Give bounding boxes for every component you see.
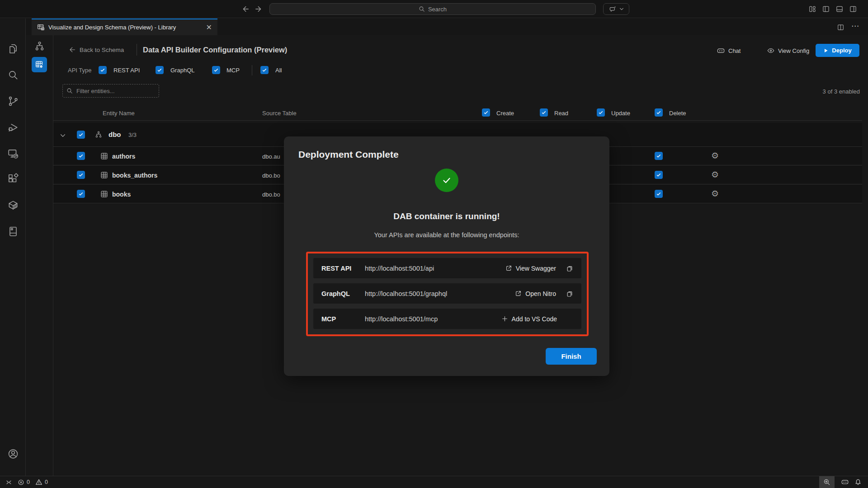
dialog-subtitle: Your APIs are available at the following… <box>284 231 609 239</box>
filter-entities-input[interactable] <box>62 84 159 98</box>
sidebar-item-remote-explorer[interactable] <box>7 148 19 160</box>
copy-icon[interactable] <box>566 290 573 297</box>
column-entity-name: Entity Name <box>103 110 135 117</box>
zoom-in-icon <box>823 479 830 486</box>
split-editor-icon <box>837 23 844 31</box>
read-all-checkbox[interactable] <box>540 108 548 117</box>
endpoint-url: http://localhost:5001/api <box>365 265 434 272</box>
search-icon <box>7 69 19 81</box>
column-source-table: Source Table <box>262 110 297 117</box>
editor-tab-bar: Visualize and Design Schema (Preview) - … <box>26 19 868 35</box>
check-icon <box>656 110 661 115</box>
zoom-status-button[interactable] <box>819 476 835 488</box>
command-center-search[interactable]: Search <box>269 3 596 15</box>
add-to-vscode-button[interactable]: Add to VS Code <box>501 315 557 323</box>
row-checkbox[interactable] <box>77 152 85 160</box>
update-all-checkbox[interactable] <box>597 108 605 117</box>
nav-back-button[interactable] <box>240 4 250 14</box>
delete-checkbox[interactable] <box>655 152 663 160</box>
view-config-button[interactable]: View Config <box>767 46 809 56</box>
close-icon[interactable]: ✕ <box>206 24 212 31</box>
graphql-checkbox-label: GraphQL <box>170 67 194 74</box>
remote-indicator[interactable] <box>0 476 15 488</box>
database-project-icon <box>7 225 19 237</box>
group-checkbox[interactable] <box>77 131 85 139</box>
tab-visualize-design-schema[interactable]: Visualize and Design Schema (Preview) - … <box>32 19 217 35</box>
title-bar: Search <box>0 0 868 18</box>
toggle-panel-button[interactable] <box>834 4 845 14</box>
row-settings-gear-icon[interactable]: ⚙ <box>711 170 719 179</box>
split-editor-button[interactable] <box>835 22 846 33</box>
endpoint-label: MCP <box>321 315 365 323</box>
delete-checkbox[interactable] <box>655 190 663 198</box>
endpoint-row-graphql: GraphQL http://localhost:5001/graphql Op… <box>313 283 581 304</box>
column-update: Update <box>611 110 630 117</box>
mcp-checkbox[interactable] <box>212 66 220 74</box>
accounts-button[interactable] <box>7 448 19 460</box>
graphql-checkbox[interactable] <box>156 66 164 74</box>
check-icon <box>213 67 219 73</box>
editor-more-actions-button[interactable]: ⋯ <box>851 21 859 31</box>
delete-all-checkbox[interactable] <box>655 108 663 117</box>
endpoint-label: REST API <box>321 265 365 272</box>
toggle-primary-sidebar-button[interactable] <box>821 4 831 14</box>
sidebar-item-run-debug[interactable] <box>7 122 19 133</box>
check-icon <box>441 174 453 186</box>
api-type-divider <box>252 65 252 75</box>
toggle-secondary-sidebar-button[interactable] <box>848 4 859 14</box>
sidebar-right-icon <box>849 5 857 13</box>
create-all-checkbox[interactable] <box>482 108 490 117</box>
all-checkbox[interactable] <box>260 66 269 74</box>
row-checkbox[interactable] <box>77 190 85 198</box>
customize-layout-button[interactable] <box>807 4 818 14</box>
view-swagger-button[interactable]: View Swagger <box>505 265 556 272</box>
schema-view-button[interactable] <box>34 41 45 52</box>
nav-forward-button[interactable] <box>254 4 264 14</box>
check-icon <box>656 153 661 159</box>
row-settings-gear-icon[interactable]: ⚙ <box>711 151 719 160</box>
copy-icon[interactable] <box>566 265 573 272</box>
check-icon <box>78 191 84 197</box>
finish-button[interactable]: Finish <box>546 348 597 365</box>
group-name: dbo <box>108 131 121 138</box>
problems-errors[interactable]: 0 <box>15 476 33 488</box>
header-divider <box>137 44 137 56</box>
copilot-chat-button[interactable] <box>603 3 629 15</box>
arrow-left-icon <box>68 46 75 53</box>
group-count: 3/3 <box>128 131 137 138</box>
copy-icon <box>566 265 573 272</box>
table-header: Entity Name Source Table Create Read Upd… <box>53 108 862 121</box>
copilot-icon <box>717 47 725 55</box>
row-checkbox[interactable] <box>77 171 85 179</box>
check-icon <box>598 110 604 115</box>
sidebar-item-database-projects[interactable] <box>7 225 19 237</box>
delete-checkbox[interactable] <box>655 171 663 179</box>
sidebar-item-source-control[interactable] <box>7 95 19 107</box>
sidebar-item-search[interactable] <box>7 69 19 81</box>
chat-button[interactable]: Chat <box>717 46 741 56</box>
problems-warnings[interactable]: 0 <box>33 476 51 488</box>
rest-api-checkbox[interactable] <box>99 66 107 74</box>
search-placeholder: Search <box>428 6 447 13</box>
sidebar-item-extensions[interactable] <box>7 173 19 185</box>
arrow-right-icon <box>255 5 263 13</box>
panel-bottom-icon <box>835 5 844 13</box>
open-nitro-button[interactable]: Open Nitro <box>515 290 556 297</box>
check-icon <box>656 172 661 178</box>
chevron-down-icon[interactable] <box>60 132 66 139</box>
deploy-button[interactable]: Deploy <box>816 44 859 57</box>
dab-config-view-button[interactable] <box>32 57 47 72</box>
plus-icon <box>501 315 508 322</box>
warning-count: 0 <box>45 479 48 485</box>
sidebar-item-containers[interactable] <box>7 199 19 211</box>
enabled-summary: 3 of 3 enabled <box>769 88 860 95</box>
copilot-status-button[interactable] <box>838 476 852 488</box>
table-icon <box>100 152 108 160</box>
tab-title: Visualize and Design Schema (Preview) - … <box>48 24 176 31</box>
notifications-button[interactable] <box>852 476 868 488</box>
row-settings-gear-icon[interactable]: ⚙ <box>711 189 719 198</box>
sidebar-item-explorer[interactable] <box>7 43 19 55</box>
back-to-schema-link[interactable]: Back to Schema <box>68 43 124 56</box>
endpoint-action-label: Add to VS Code <box>512 315 557 323</box>
page-title: Data API Builder Configuration (Preview) <box>143 46 287 54</box>
